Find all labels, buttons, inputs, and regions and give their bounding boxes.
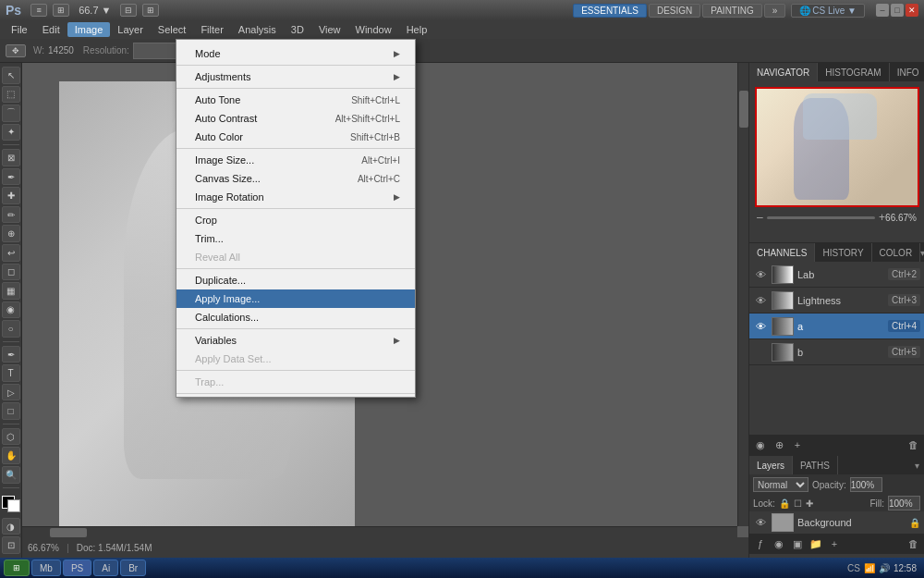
workspace-painting[interactable]: PAINTING (702, 4, 761, 18)
opacity-input[interactable] (850, 477, 882, 492)
tool-healing[interactable]: ✚ (2, 187, 20, 204)
layers-collapse-btn[interactable]: ▾ (909, 458, 924, 473)
new-channel-btn[interactable]: + (790, 437, 805, 452)
workspace-design[interactable]: DESIGN (649, 4, 700, 18)
taskbar-app-br[interactable]: Br (120, 560, 146, 576)
menu-item-image-size[interactable]: Image Size... Alt+Ctrl+I (176, 151, 415, 169)
menu-layer[interactable]: Layer (110, 22, 151, 37)
tool-brush[interactable]: ✏ (2, 206, 20, 224)
tool-options-icon[interactable]: ✥ (6, 44, 26, 57)
horizontal-scrollbar[interactable] (22, 526, 737, 537)
menu-item-image-rotation[interactable]: Image Rotation ▶ (176, 188, 415, 206)
channel-row-b[interactable]: 👁 b Ctrl+5 (749, 339, 924, 365)
tab-history[interactable]: HISTORY (815, 243, 871, 262)
maximize-button[interactable]: □ (891, 4, 904, 17)
layer-visibility-eye[interactable]: 👁 (753, 515, 768, 530)
load-channel-selection-btn[interactable]: ◉ (753, 437, 768, 452)
lock-icon-1[interactable]: 🔒 (779, 498, 790, 509)
layer-row-background[interactable]: 👁 Background 🔒 (749, 511, 924, 534)
tool-eraser[interactable]: ◻ (2, 264, 20, 281)
menu-item-apply-data-set[interactable]: Apply Data Set... (176, 350, 415, 368)
tool-lasso[interactable]: ⌒ (2, 105, 20, 122)
tool-magic-wand[interactable]: ✦ (2, 124, 20, 141)
lock-icon-3[interactable]: ✚ (806, 498, 813, 509)
menu-item-apply-image[interactable]: Apply Image... (176, 289, 415, 308)
menu-item-canvas-size[interactable]: Canvas Size... Alt+Ctrl+C (176, 169, 415, 188)
menu-item-reveal-all[interactable]: Reveal All (176, 248, 415, 266)
add-layer-style-btn[interactable]: ◉ (772, 536, 786, 551)
tool-marquee[interactable]: ⬚ (2, 86, 20, 104)
new-group-btn[interactable]: 📁 (808, 536, 823, 551)
tool-screen-mode[interactable]: ⊡ (2, 536, 20, 554)
zoom-in-btn[interactable]: + (879, 211, 885, 224)
menu-view[interactable]: View (311, 22, 348, 37)
channel-row-lab[interactable]: 👁 Lab Ctrl+2 (749, 262, 924, 288)
taskbar-app-mb[interactable]: Mb (31, 560, 61, 576)
menu-image[interactable]: Image (67, 22, 111, 37)
cs-live-button[interactable]: 🌐 CS Live ▼ (791, 4, 865, 18)
menu-select[interactable]: Select (151, 22, 194, 37)
channel-eye-lab[interactable]: 👁 (753, 267, 768, 282)
menu-item-duplicate[interactable]: Duplicate... (176, 271, 415, 289)
tool-blur[interactable]: ◉ (2, 301, 20, 319)
tool-3d[interactable]: ⬡ (2, 428, 20, 446)
channels-collapse-btn[interactable]: ▾ (920, 245, 924, 260)
menu-item-trim[interactable]: Trim... (176, 229, 415, 248)
menu-item-crop[interactable]: Crop (176, 211, 415, 229)
h-scroll-thumb[interactable] (50, 528, 87, 537)
fill-input[interactable] (888, 496, 920, 510)
menu-item-mode[interactable]: Mode ▶ (176, 44, 415, 63)
close-button[interactable]: ✕ (906, 4, 918, 17)
tool-zoom[interactable]: 🔍 (2, 466, 20, 484)
menu-item-auto-tone[interactable]: Auto Tone Shift+Ctrl+L (176, 91, 415, 109)
menu-help[interactable]: Help (399, 22, 435, 37)
vertical-scrollbar[interactable] (737, 63, 748, 526)
menu-3d[interactable]: 3D (284, 22, 311, 37)
tab-info[interactable]: INFO (890, 63, 924, 81)
blend-mode-select[interactable]: Normal (753, 477, 808, 492)
tool-hand[interactable]: ✋ (2, 447, 20, 464)
zoom-out-btn[interactable]: – (757, 211, 763, 224)
save-selection-btn[interactable]: ⊕ (772, 437, 786, 452)
tab-color[interactable]: COLOR (872, 243, 921, 262)
menu-item-adjustments[interactable]: Adjustments ▶ (176, 68, 415, 86)
channel-eye-a[interactable]: 👁 (753, 319, 768, 334)
tab-paths[interactable]: PATHS (793, 456, 838, 474)
channel-row-a[interactable]: 👁 a Ctrl+4 (749, 314, 924, 339)
menu-edit[interactable]: Edit (35, 22, 67, 37)
tool-crop[interactable]: ⊠ (2, 149, 20, 166)
channel-row-lightness[interactable]: 👁 Lightness Ctrl+3 (749, 288, 924, 314)
add-fill-adjustment-btn[interactable]: ƒ (753, 536, 768, 551)
tool-quick-mask[interactable]: ◑ (2, 518, 20, 535)
menu-window[interactable]: Window (348, 22, 399, 37)
tab-channels[interactable]: CHANNELS (749, 243, 815, 262)
menu-analysis[interactable]: Analysis (231, 22, 284, 37)
menu-item-trap[interactable]: Trap... (176, 373, 415, 391)
color-swatches[interactable] (2, 496, 20, 512)
channel-eye-b[interactable]: 👁 (753, 345, 768, 360)
menu-item-auto-contrast[interactable]: Auto Contrast Alt+Shift+Ctrl+L (176, 109, 415, 128)
tool-gradient[interactable]: ▦ (2, 282, 20, 300)
start-button[interactable]: ⊞ (4, 560, 30, 576)
menu-icon[interactable]: ≡ (30, 4, 47, 17)
channel-eye-lightness[interactable]: 👁 (753, 293, 768, 308)
tool-shape[interactable]: □ (2, 402, 20, 420)
workspace-more[interactable]: » (764, 4, 786, 18)
arrange-icon[interactable]: ⊟ (120, 4, 137, 17)
minimize-button[interactable]: – (876, 4, 889, 17)
menu-item-auto-color[interactable]: Auto Color Shift+Ctrl+B (176, 128, 415, 146)
tool-eyedropper[interactable]: ✒ (2, 168, 20, 186)
taskbar-app-ps[interactable]: PS (63, 560, 91, 576)
zoom-slider[interactable] (767, 216, 875, 219)
new-layer-btn[interactable]: + (827, 536, 842, 551)
delete-channel-btn[interactable]: 🗑 (906, 437, 920, 452)
tool-path-selection[interactable]: ▷ (2, 384, 20, 401)
delete-layer-btn[interactable]: 🗑 (906, 536, 920, 551)
tool-text[interactable]: T (2, 364, 20, 382)
workspace-icon[interactable]: ⊞ (53, 4, 69, 17)
tool-history-brush[interactable]: ↩ (2, 244, 20, 262)
menu-file[interactable]: File (4, 22, 35, 37)
v-scroll-thumb[interactable] (739, 91, 748, 128)
tool-move[interactable]: ↖ (2, 67, 20, 84)
background-color[interactable] (7, 499, 20, 512)
